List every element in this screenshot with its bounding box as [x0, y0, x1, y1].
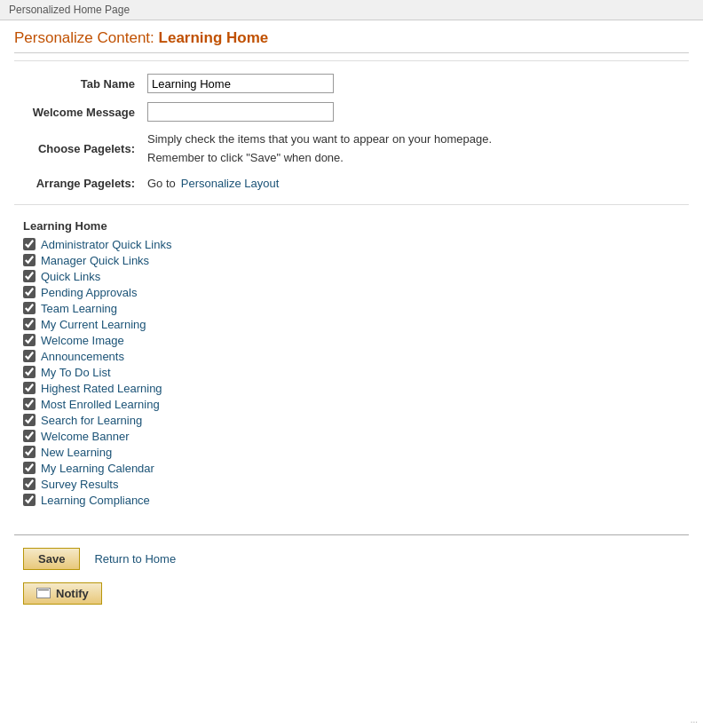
pagelet-link[interactable]: My Current Learning: [41, 318, 146, 331]
pagelet-item: Pending Approvals: [23, 286, 680, 299]
pagelet-link[interactable]: Team Learning: [41, 302, 117, 315]
arrange-pagelets-label: Arrange Pagelets:: [16, 173, 140, 194]
pagelet-checkbox[interactable]: [23, 446, 36, 458]
pagelet-link[interactable]: Pending Approvals: [41, 286, 137, 299]
form-table: Tab Name Welcome Message Choose Pagelets…: [14, 68, 689, 195]
pagelet-item: Manager Quick Links: [23, 254, 680, 267]
pagelet-items-container: Administrator Quick LinksManager Quick L…: [23, 238, 680, 507]
pagelet-item: My To Do List: [23, 366, 680, 379]
pagelets-section: Learning Home Administrator Quick LinksM…: [14, 212, 689, 517]
pagelet-link[interactable]: Highest Rated Learning: [41, 382, 162, 395]
pagelet-checkbox[interactable]: [23, 350, 36, 362]
choose-pagelets-line2: Remember to click "Save" when done.: [147, 149, 682, 168]
page-title-bold: Learning Home: [159, 29, 269, 46]
welcome-message-row: Welcome Message: [16, 99, 687, 125]
bottom-divider: [14, 534, 689, 535]
pagelet-checkbox[interactable]: [23, 462, 36, 474]
form-divider: [14, 204, 689, 205]
save-button[interactable]: Save: [23, 548, 80, 570]
pagelet-item: Survey Results: [23, 478, 680, 491]
page-title-prefix: Personalize Content:: [14, 29, 154, 46]
tab-name-input[interactable]: [147, 74, 334, 93]
top-bar: Personalized Home Page: [0, 0, 703, 20]
return-home-link[interactable]: Return to Home: [94, 552, 176, 566]
pagelet-link[interactable]: My To Do List: [41, 366, 111, 379]
pagelet-checkbox[interactable]: [23, 366, 36, 378]
notify-icon: [36, 588, 51, 598]
goto-label: Go to: [147, 177, 176, 190]
pagelet-item: Learning Compliance: [23, 494, 680, 507]
pagelet-checkbox[interactable]: [23, 478, 36, 490]
pagelet-item: Welcome Banner: [23, 430, 680, 443]
tab-name-label: Tab Name: [16, 70, 140, 97]
pagelet-item: Administrator Quick Links: [23, 238, 680, 251]
choose-pagelets-line1: Simply check the items that you want to …: [147, 131, 682, 149]
pagelet-checkbox[interactable]: [23, 270, 36, 282]
pagelet-item: Search for Learning: [23, 414, 680, 427]
pagelet-checkbox[interactable]: [23, 334, 36, 346]
arrange-pagelets-cell: Go to Personalize Layout: [142, 173, 687, 194]
pagelet-checkbox[interactable]: [23, 286, 36, 298]
pagelet-link[interactable]: Welcome Image: [41, 334, 124, 347]
pagelet-item: New Learning: [23, 446, 680, 459]
pagelet-link[interactable]: Manager Quick Links: [41, 254, 149, 267]
arrange-pagelets-row: Arrange Pagelets: Go to Personalize Layo…: [16, 173, 687, 194]
tab-name-row: Tab Name: [16, 70, 687, 97]
notify-section: Notify: [14, 574, 689, 613]
page-title: Personalize Content: Learning Home: [14, 29, 689, 53]
pagelet-item: My Current Learning: [23, 318, 680, 331]
notify-label: Notify: [56, 587, 89, 600]
corner-dots: ...: [691, 715, 698, 724]
pagelet-link[interactable]: Welcome Banner: [41, 430, 129, 443]
pagelet-item: Most Enrolled Learning: [23, 398, 680, 411]
choose-pagelets-label: Choose Pagelets:: [16, 127, 140, 171]
pagelet-checkbox[interactable]: [23, 302, 36, 314]
pagelet-link[interactable]: Most Enrolled Learning: [41, 398, 160, 411]
welcome-message-label: Welcome Message: [16, 99, 140, 125]
bottom-actions: Save Return to Home: [14, 544, 689, 574]
choose-pagelets-text-cell: Simply check the items that you want to …: [142, 127, 687, 171]
welcome-message-input[interactable]: [147, 102, 334, 122]
pagelet-checkbox[interactable]: [23, 254, 36, 266]
arrange-val: Go to Personalize Layout: [147, 177, 682, 190]
pagelets-group-label: Learning Home: [23, 219, 680, 233]
pagelet-checkbox[interactable]: [23, 318, 36, 330]
pagelet-link[interactable]: Announcements: [41, 350, 124, 363]
pagelet-link[interactable]: Learning Compliance: [41, 494, 150, 507]
pagelet-link[interactable]: Survey Results: [41, 478, 118, 491]
pagelet-link[interactable]: Administrator Quick Links: [41, 238, 171, 251]
pagelet-checkbox[interactable]: [23, 430, 36, 442]
pagelet-item: Welcome Image: [23, 334, 680, 347]
pagelet-link[interactable]: Search for Learning: [41, 414, 142, 427]
pagelet-item: Team Learning: [23, 302, 680, 315]
choose-pagelets-row: Choose Pagelets: Simply check the items …: [16, 127, 687, 171]
welcome-message-cell: [142, 99, 687, 125]
pagelet-checkbox[interactable]: [23, 494, 36, 506]
personalize-layout-link[interactable]: Personalize Layout: [181, 177, 280, 190]
pagelet-checkbox[interactable]: [23, 238, 36, 250]
top-bar-label: Personalized Home Page: [9, 4, 130, 16]
pagelet-checkbox[interactable]: [23, 382, 36, 394]
choose-pagelets-text: Simply check the items that you want to …: [147, 131, 682, 168]
pagelet-link[interactable]: Quick Links: [41, 270, 100, 283]
notify-button[interactable]: Notify: [23, 582, 102, 605]
pagelet-item: My Learning Calendar: [23, 462, 680, 475]
pagelet-item: Quick Links: [23, 270, 680, 283]
pagelet-link[interactable]: My Learning Calendar: [41, 462, 154, 475]
pagelet-item: Announcements: [23, 350, 680, 363]
pagelet-checkbox[interactable]: [23, 398, 36, 410]
pagelet-link[interactable]: New Learning: [41, 446, 112, 459]
pagelet-checkbox[interactable]: [23, 414, 36, 426]
tab-name-cell: [142, 70, 687, 97]
pagelet-item: Highest Rated Learning: [23, 382, 680, 395]
title-divider: [14, 60, 689, 61]
